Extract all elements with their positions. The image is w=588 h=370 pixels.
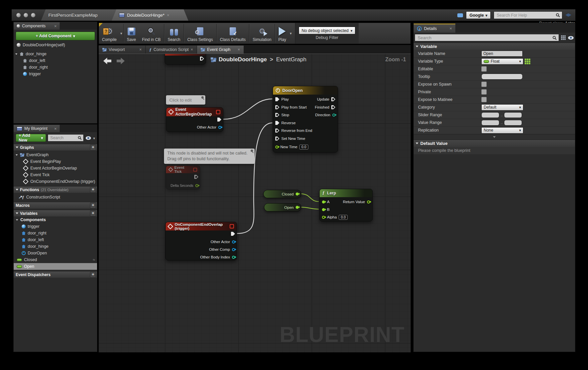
node-event-tick-disabled[interactable]: Event Tick Delta Seconds [166,166,200,189]
event-dispatchers-section-header[interactable]: Event Dispatchers [14,271,97,278]
search-engine-dropdown[interactable]: Google [466,11,491,19]
window-maximize-icon[interactable] [31,13,35,17]
exec-output-pin[interactable] [331,97,335,101]
enum-pin[interactable] [332,114,335,117]
visibility-wave-icon[interactable] [93,264,95,269]
node-partial-offscreen[interactable] [165,54,206,65]
float-pin[interactable] [275,146,278,149]
node-oncomponentendoverlap[interactable]: OnComponentEndOverlap (trigger) Other Ac… [165,222,237,260]
nav-forward-arrow-icon[interactable] [117,58,125,64]
play-button[interactable]: Play [275,23,289,44]
exec-output-pin[interactable] [231,232,235,236]
event-beginplay-row[interactable]: Event BeginPlay [14,158,97,165]
component-row-door-left[interactable]: door_left [14,57,97,64]
add-function-button[interactable] [90,187,96,193]
node-comment-bubble[interactable]: Click to edit [166,95,205,105]
add-variable-button[interactable] [90,210,96,216]
add-component-button[interactable]: + Add Component [16,32,95,40]
tab-viewport[interactable]: Viewport [99,46,146,54]
close-icon[interactable] [191,48,193,52]
component-row-self[interactable]: DoubleDoorHinge(self) [14,42,97,48]
var-door-right-row[interactable]: door_right [14,230,97,236]
window-close-icon[interactable] [16,13,21,17]
var-door-hinge-row[interactable]: door_hinge [14,243,97,250]
pin-value-field[interactable]: 0.0 [339,215,348,220]
play-options-dropdown[interactable] [289,23,292,44]
chevron-down-icon[interactable] [93,135,95,141]
feedback-bubble-icon[interactable] [457,13,463,17]
exec-output-pin[interactable] [217,118,221,122]
class-defaults-button[interactable]: ✓ Class Defaults [217,23,249,44]
node-lerp[interactable]: ƒ Lerp A B Alpha 0.0 Return Value [319,189,373,221]
node-event-actorbeginoverlap[interactable]: Event ActorBeginOverlap Other Actor [166,107,223,132]
my-blueprint-tab[interactable]: My Blueprint [14,125,60,132]
event-oncomponentendoverlap-row[interactable]: OnComponentEndOverlap (trigger) [14,178,97,185]
expander-icon[interactable] [16,154,18,156]
pin-value-field[interactable]: 0.0 [299,145,308,150]
expander-icon[interactable] [16,219,18,220]
class-settings-button[interactable]: ⚙ Class Settings [184,23,216,44]
var-dooropen-row[interactable]: DoorOpen [14,250,97,256]
float-output-pin[interactable] [296,206,299,209]
expander-icon[interactable] [15,53,17,55]
slider-range-min-input[interactable] [481,112,499,118]
exec-output-pin[interactable] [194,175,198,179]
value-range-max-input[interactable] [504,120,522,126]
search-button[interactable]: Search [165,23,183,44]
constructionscript-row[interactable]: ↗ƒ ConstructionScript [14,194,97,200]
exec-input-pin[interactable] [275,137,279,141]
visibility-wave-icon[interactable] [93,257,95,262]
eventgraph-row[interactable]: EventGraph [14,152,97,158]
window-minimize-icon[interactable] [24,13,28,17]
pin-icon[interactable] [201,96,204,99]
compile-options-dropdown[interactable] [120,23,123,44]
expander-icon[interactable] [416,46,418,47]
category-dropdown[interactable]: Default [481,104,523,111]
breadcrumb-current[interactable]: EventGraph [276,56,306,63]
view-options-eye-icon[interactable] [85,136,92,140]
component-row-door-right[interactable]: door_right [14,64,97,71]
container-type-icon[interactable] [525,59,530,64]
simulation-button[interactable]: ⚙ Simulation [250,23,274,44]
variable-section-header[interactable]: Variable [414,43,575,50]
var-door-left-row[interactable]: door_left [14,236,97,243]
exec-input-pin[interactable] [275,105,279,109]
object-pin[interactable] [232,240,235,243]
my-blueprint-search[interactable] [48,134,84,142]
add-dispatcher-button[interactable] [90,272,96,278]
expander-icon[interactable] [16,212,18,214]
view-options-eye-icon[interactable] [568,36,574,40]
editable-checkbox[interactable] [481,66,487,72]
add-new-button[interactable]: + Add New [16,134,46,142]
variables-components-subheader[interactable]: Components [14,216,97,223]
slider-range-max-input[interactable] [504,112,522,118]
expose-on-spawn-checkbox[interactable] [481,82,487,87]
node-get-closed[interactable]: Closed [263,190,301,198]
event-actorbeginoverlap-row[interactable]: Event ActorBeginOverlap [14,165,97,172]
component-row-door-hinge[interactable]: door_hinge [14,51,97,57]
event-tick-row[interactable]: Event Tick [14,172,97,178]
replication-dropdown[interactable]: None [481,127,523,134]
nav-back-arrow-icon[interactable] [103,58,111,64]
object-pin[interactable] [232,248,235,251]
exec-input-pin[interactable] [275,97,279,101]
close-icon[interactable] [54,24,57,28]
advanced-expander[interactable] [414,134,575,140]
save-button[interactable]: Save [124,23,139,44]
add-graph-button[interactable] [90,145,96,151]
macros-section-header[interactable]: Macros [14,202,97,208]
float-output-pin[interactable] [296,192,299,195]
variable-type-dropdown[interactable]: Float [481,58,523,65]
float-output-pin[interactable] [367,200,370,203]
window-controls[interactable] [16,13,38,19]
exec-input-pin[interactable] [275,121,279,125]
asset-tab-doubledoorhinge[interactable]: DoubleDoorHinge* [112,9,188,21]
exec-output-pin[interactable] [331,105,335,109]
help-search[interactable] [494,11,562,19]
close-icon[interactable] [238,48,240,52]
comment-text[interactable]: Click to edit [169,98,192,103]
my-blueprint-search-input[interactable] [50,135,76,141]
find-in-cb-button[interactable]: Find in CB [139,23,164,44]
float-pin[interactable] [322,208,325,211]
var-open-row-selected[interactable]: Open [14,263,97,270]
